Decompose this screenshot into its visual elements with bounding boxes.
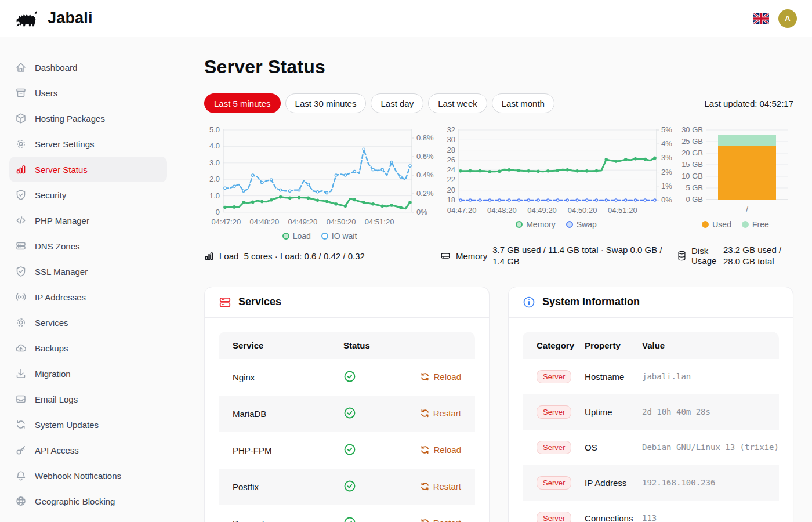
sidebar-item-webhook-notifications[interactable]: Webhook Notifications [9,463,167,488]
category-badge: Server [536,476,571,490]
svg-text:0.6%: 0.6% [416,152,434,161]
sidebar-item-server-settings[interactable]: Server Settings [9,131,167,157]
disk-chart-box: 30 GB25 GB20 GB15 GB10 GB5 GB0 GB/ Used … [677,127,793,241]
sidebar-item-label: Security [35,190,66,200]
svg-text:30 GB: 30 GB [682,127,703,134]
svg-text:0.8%: 0.8% [416,133,434,142]
table-row: Server Hostname jabali.lan [523,359,779,394]
svg-text:22: 22 [447,175,455,184]
restart-button[interactable]: Restart [420,518,461,522]
sidebar-item-migration[interactable]: Migration [9,361,167,386]
svg-text:04:50:20: 04:50:20 [568,206,597,215]
main-content: Server Status Last 5 minutes Last 30 min… [176,37,812,522]
range-last-week[interactable]: Last week [428,93,487,113]
sidebar-item-security[interactable]: Security [9,182,167,208]
broadcast-icon [15,291,27,303]
system-information-table: Category Property Value Server Hostname … [523,332,779,522]
svg-text:2%: 2% [661,168,672,176]
sidebar-item-system-updates[interactable]: System Updates [9,412,167,437]
range-last-30-minutes[interactable]: Last 30 minutes [285,93,367,113]
services-table: Service Status Nginx Reload MariaDB [219,332,475,522]
avatar[interactable]: A [778,9,797,28]
disk-summary: Disk Usage 23.2 GB used / 28.0 GB total [677,244,793,268]
svg-text:/: / [746,205,748,213]
sidebar-item-ip-addresses[interactable]: IP Addresses [9,284,167,310]
restart-button[interactable]: Restart [420,481,461,491]
uk-flag-icon[interactable] [753,13,769,24]
sidebar-item-hosting-packages[interactable]: Hosting Packages [9,106,167,131]
sidebar-item-php-manager[interactable]: PHP Manager [9,208,167,233]
memory-chart: 32302826242220185%4%3%2%1%0%04:47:2004:4… [440,127,672,217]
swap-legend-dot [566,221,573,228]
server-stack-icon [219,296,231,309]
sidebar-item-label: Services [35,318,68,328]
svg-text:0%: 0% [661,195,672,204]
svg-text:3%: 3% [661,153,672,162]
sidebar-item-dashboard[interactable]: Dashboard [9,55,167,80]
sidebar-item-label: Server Settings [35,139,95,149]
sidebar-item-dns-zones[interactable]: DNS Zones [9,233,167,259]
sidebar-item-label: Server Status [35,165,88,175]
svg-text:04:51:20: 04:51:20 [365,217,394,226]
table-row: PHP-FPM Reload [219,432,475,469]
disk-chart: 30 GB25 GB20 GB15 GB10 GB5 GB0 GB/ [677,127,793,217]
sidebar-item-services[interactable]: Services [9,310,167,335]
status-ok-icon [343,443,356,456]
memory-summary: Memory 3.7 GB used / 11.4 GB total · Swa… [440,244,672,268]
sidebar-item-label: Webhook Notifications [35,471,121,481]
free-legend-dot [742,221,749,228]
reload-button[interactable]: Reload [420,372,461,382]
table-row: MariaDB Restart [219,396,475,432]
load-summary: Load 5 cores · Load: 0.6 / 0.42 / 0.32 [204,251,435,261]
svg-text:04:49:20: 04:49:20 [288,217,318,226]
status-ok-icon [343,407,356,419]
sidebar-item-geographic-blocking[interactable]: Geographic Blocking [9,488,167,514]
svg-text:25 GB: 25 GB [682,137,703,146]
sidebar-item-backups[interactable]: Backups [9,335,167,361]
sidebar-item-api-access[interactable]: API Access [9,437,167,463]
sidebar-item-email-logs[interactable]: Email Logs [9,386,167,412]
load-legend-dot [282,233,289,240]
svg-text:4.0: 4.0 [209,142,220,150]
code-icon [15,215,27,226]
cloud-upload-icon [15,342,27,354]
table-row: Dovecot Restart [219,505,475,522]
status-ok-icon [343,480,356,492]
iowait-legend-dot [321,233,328,240]
sidebar-item-server-status[interactable]: Server Status [9,157,167,182]
svg-text:3.0: 3.0 [209,158,220,167]
table-row: Server Uptime 2d 10h 40m 28s [523,394,779,430]
svg-text:0 GB: 0 GB [686,195,703,204]
gear-icon [15,138,27,150]
range-last-day[interactable]: Last day [371,93,423,113]
sidebar-item-ssl-manager[interactable]: SSL Manager [9,259,167,284]
sidebar-item-label: IP Addresses [35,292,86,302]
memory-icon [440,251,451,261]
sidebar-item-label: PHP Manager [35,216,89,226]
shield-check-icon [15,189,27,201]
brand-name: Jabali [48,9,93,27]
memory-chart-box: 32302826242220185%4%3%2%1%0%04:47:2004:4… [440,127,672,241]
reload-button[interactable]: Reload [420,445,461,455]
sidebar-item-users[interactable]: Users [9,80,167,106]
bar-chart-icon [15,164,27,175]
bell-icon [15,470,27,481]
svg-text:04:50:20: 04:50:20 [327,217,356,226]
svg-text:0.2%: 0.2% [416,189,434,198]
category-badge: Server [536,405,571,419]
sidebar-item-label: Migration [35,369,71,379]
services-card: Services Service Status Nginx Rel [204,287,490,522]
svg-text:4%: 4% [661,139,672,148]
brand[interactable]: Jabali [15,9,93,28]
range-last-5-minutes[interactable]: Last 5 minutes [204,93,281,113]
col-status: Status [343,332,413,359]
restart-button[interactable]: Restart [420,408,461,418]
svg-text:20 GB: 20 GB [682,148,703,157]
package-icon [15,113,27,124]
table-row: Postfix Restart [219,469,475,505]
svg-text:28: 28 [447,146,455,154]
memory-chart-legend: Memory Swap [516,220,597,229]
table-row: Nginx Reload [219,359,475,396]
sidebar-item-label: API Access [35,445,79,455]
range-last-month[interactable]: Last month [492,93,554,113]
